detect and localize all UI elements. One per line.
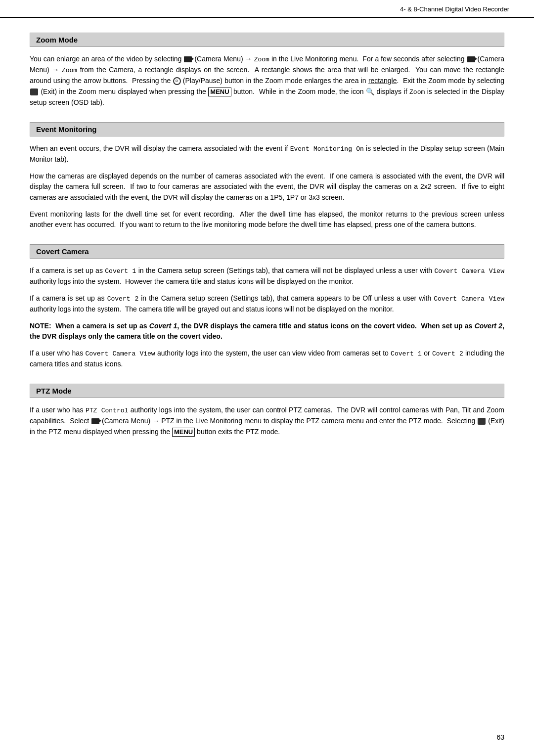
exit-icon-2 (478, 418, 486, 425)
covert2-ref2: Covert 2 (432, 350, 463, 357)
page-number: 63 (496, 733, 504, 741)
menu-box-2: MENU (172, 428, 195, 437)
event-p1: When an event occurs, the DVR will displ… (30, 143, 504, 165)
covert-p2: If a camera is set up as Covert 2 in the… (30, 293, 504, 315)
covert-p1: If a camera is set up as Covert 1 in the… (30, 266, 504, 287)
play-pause-icon: ⊘ (173, 77, 181, 85)
zoom-mode-body: You can enlarge an area of the video by … (30, 54, 504, 108)
section-ptz-mode: PTZ Mode If a user who has PTZ Control a… (30, 384, 504, 438)
camera-menu-icon-1 (184, 56, 192, 62)
zoom-search-icon: 🔍 (366, 87, 374, 97)
ptz-control-ref: PTZ Control (86, 407, 128, 414)
ptz-mode-title: PTZ Mode (36, 387, 72, 395)
ptz-p1: If a user who has PTZ Control authority … (30, 405, 504, 438)
camera-menu-icon-2 (467, 56, 475, 62)
covert-camera-view-ref2: Covert Camera View (434, 295, 504, 303)
covert-camera-header: Covert Camera (30, 244, 504, 259)
event-monitoring-body: When an event occurs, the DVR will displ… (30, 143, 504, 230)
covert-camera-body: If a camera is set up as Covert 1 in the… (30, 266, 504, 370)
covert-camera-view-ref3: Covert Camera View (85, 350, 155, 357)
covert-camera-title: Covert Camera (36, 247, 89, 256)
page-container: 4- & 8-Channel Digital Video Recorder Zo… (0, 0, 534, 756)
covert-camera-view-ref1: Covert Camera View (434, 267, 504, 275)
section-covert-camera: Covert Camera If a camera is set up as C… (30, 244, 504, 370)
event-monitoring-on: Event Monitoring On (290, 145, 364, 153)
main-content: Zoom Mode You can enlarge an area of the… (0, 18, 534, 481)
section-zoom-mode: Zoom Mode You can enlarge an area of the… (30, 33, 504, 108)
covert-p3: If a user who has Covert Camera View aut… (30, 348, 504, 370)
rectangle-underline: rectangle (368, 77, 397, 85)
event-monitoring-header: Event Monitoring (30, 122, 504, 136)
covert1-ref2: Covert 1 (391, 350, 422, 357)
section-event-monitoring: Event Monitoring When an event occurs, t… (30, 122, 504, 230)
zoom-mode-title: Zoom Mode (36, 36, 78, 44)
event-monitoring-title: Event Monitoring (36, 125, 97, 133)
header-text: 4- & 8-Channel Digital Video Recorder (400, 5, 509, 13)
exit-icon-1 (30, 89, 38, 95)
covert2-ref1: Covert 2 (107, 295, 139, 303)
page-header: 4- & 8-Channel Digital Video Recorder (0, 0, 534, 18)
zoom-text-2: Zoom (62, 67, 77, 74)
ptz-mode-body: If a user who has PTZ Control authority … (30, 405, 504, 438)
zoom-text-1: Zoom (254, 56, 269, 63)
event-p2: How the cameras are displayed depends on… (30, 171, 504, 203)
event-p3: Event monitoring lasts for the dwell tim… (30, 209, 504, 230)
ptz-mode-header: PTZ Mode (30, 384, 504, 398)
zoom-text-3: Zoom (409, 89, 425, 96)
zoom-mode-header: Zoom Mode (30, 33, 504, 47)
menu-box-1: MENU (208, 88, 231, 96)
zoom-p1: You can enlarge an area of the video by … (30, 54, 504, 108)
covert1-ref1: Covert 1 (105, 267, 136, 275)
covert-note: NOTE: When a camera is set up as Covert … (30, 321, 504, 342)
camera-menu-icon-3 (91, 418, 99, 424)
